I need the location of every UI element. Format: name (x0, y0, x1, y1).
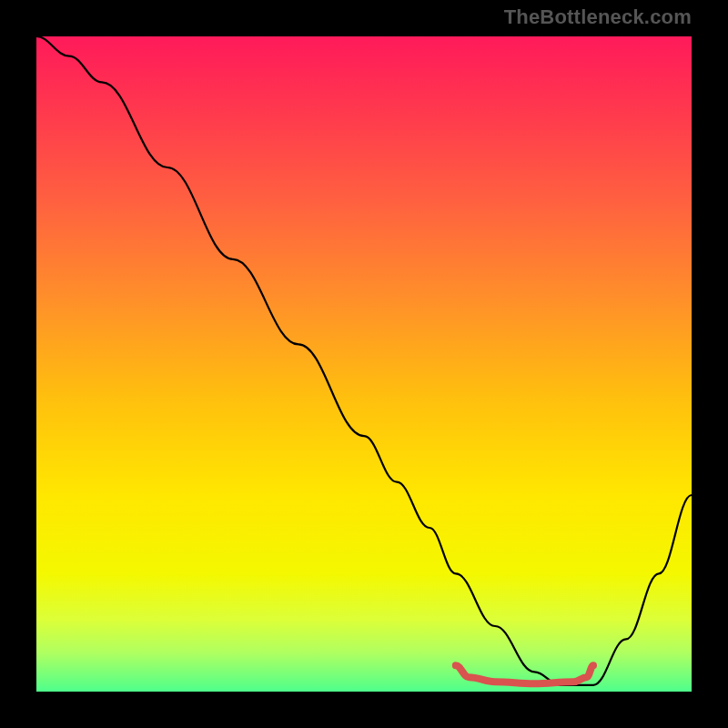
plot-area (36, 36, 692, 692)
chart-svg (36, 36, 692, 692)
line-bottleneck-curve (36, 36, 692, 685)
watermark-text: TheBottleneck.com (504, 5, 692, 29)
line-recommended-range-marker (456, 665, 593, 683)
chart-container: TheBottleneck.com (0, 0, 728, 728)
